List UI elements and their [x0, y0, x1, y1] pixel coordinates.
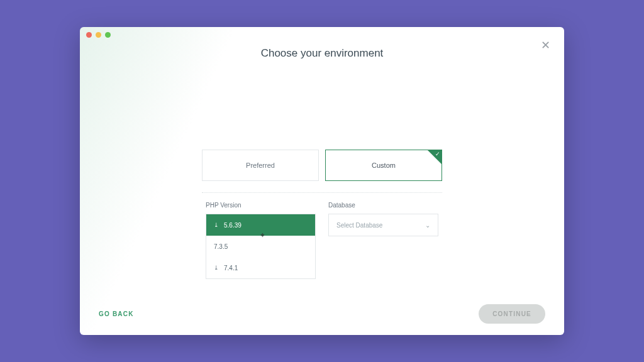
window-maximize-dot[interactable] [105, 32, 111, 38]
php-option-label: 7.4.1 [224, 265, 238, 272]
php-option-5-6-39[interactable]: ⤓ 5.6.39 [206, 214, 315, 236]
php-version-label: PHP Version [206, 202, 316, 209]
tab-custom[interactable]: Custom ✓ [325, 150, 442, 181]
close-icon[interactable]: ✕ [541, 40, 550, 51]
divider [202, 192, 442, 193]
php-version-column: PHP Version ⤓ 5.6.39 7.3.5 ⤓ 7.4.1 [206, 202, 316, 279]
php-option-7-4-1[interactable]: ⤓ 7.4.1 [206, 257, 315, 278]
download-icon: ⤓ [214, 265, 219, 271]
database-placeholder: Select Database [336, 222, 382, 229]
environment-tabs: Preferred Custom ✓ [202, 150, 442, 181]
window-minimize-dot[interactable] [96, 32, 101, 38]
php-option-7-3-5[interactable]: 7.3.5 [206, 236, 315, 257]
go-back-button[interactable]: GO BACK [99, 310, 134, 317]
titlebar [80, 27, 564, 42]
download-icon: ⤓ [214, 222, 219, 228]
modal-window: ✕ Choose your environment Preferred Cust… [80, 27, 564, 335]
continue-button[interactable]: CONTINUE [479, 304, 545, 324]
footer: GO BACK CONTINUE [80, 304, 564, 324]
database-column: Database Select Database ⌄ [328, 202, 438, 279]
window-close-dot[interactable] [86, 32, 92, 38]
tab-preferred[interactable]: Preferred [202, 150, 319, 181]
database-label: Database [328, 202, 438, 209]
page-title: Choose your environment [80, 47, 564, 60]
php-option-label: 5.6.39 [224, 222, 242, 229]
php-option-label: 7.3.5 [214, 243, 228, 250]
database-select[interactable]: Select Database ⌄ [328, 214, 438, 236]
php-version-list: ⤓ 5.6.39 7.3.5 ⤓ 7.4.1 ⌖ [206, 214, 316, 279]
chevron-down-icon: ⌄ [425, 222, 430, 229]
check-icon: ✓ [435, 151, 440, 157]
content: Preferred Custom ✓ PHP Version ⤓ 5.6.39 [80, 150, 564, 279]
tab-custom-label: Custom [372, 162, 396, 169]
tab-preferred-label: Preferred [246, 162, 275, 169]
